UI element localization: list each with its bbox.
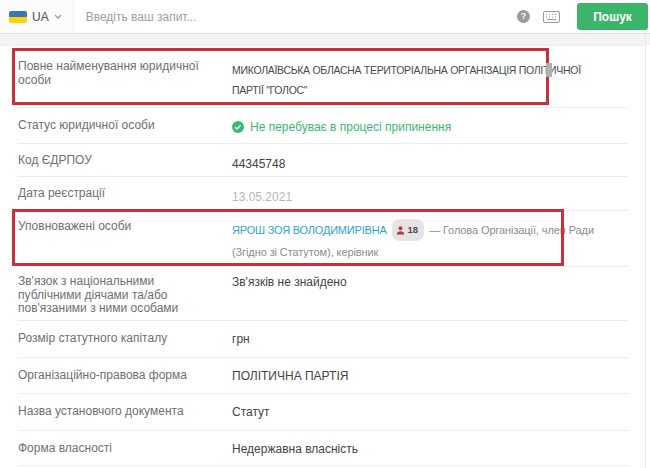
field-label: Дата реєстрації: [18, 187, 232, 211]
search-input[interactable]: [74, 0, 517, 33]
help-icon-glyph: ?: [521, 11, 527, 21]
status-text: Не перебуває в процесі припинення: [250, 120, 451, 134]
person-role-line1: — Голова Організації, член Ради: [429, 224, 594, 236]
language-code: UA: [32, 10, 49, 24]
top-search-bar: UA ? Пошук: [0, 0, 650, 34]
row-full-company-name: Повне найменування юридичної особи МИКОЛ…: [0, 46, 646, 108]
field-label: Уповноважені особи: [18, 220, 232, 267]
row-registration-date: Дата реєстрації 13.05.2021: [0, 177, 646, 211]
row-pep-connections: Зв'язок з національними публічними діяча…: [0, 267, 646, 321]
field-label: Форма власності: [18, 442, 232, 466]
field-label: Організаційно-правова форма: [18, 369, 232, 394]
statutory-capital-value: грн: [232, 332, 582, 358]
row-authorized-persons: Уповноважені особи ЯРОШ ЗОЯ ВОЛОДИМИРІВН…: [0, 211, 646, 267]
field-label: Код ЄДРПОУ: [18, 154, 232, 177]
field-label: Назва установчого документа: [18, 405, 232, 431]
person-icon: [396, 226, 405, 235]
inline-scrollbar-thumb[interactable]: [546, 63, 552, 77]
pep-connections-value: Зв'язків не знайдено: [232, 275, 582, 321]
search-button[interactable]: Пошук: [577, 3, 648, 30]
keyboard-icon[interactable]: [543, 11, 560, 23]
help-icon[interactable]: ?: [517, 10, 530, 23]
row-legal-form: Організаційно-правова форма ПОЛІТИЧНА ПА…: [0, 358, 646, 394]
person-link[interactable]: ЯРОШ ЗОЯ ВОЛОДИМИРІВНА: [232, 224, 387, 236]
legal-form-value: ПОЛІТИЧНА ПАРТІЯ: [232, 369, 582, 394]
language-switcher[interactable]: UA: [0, 0, 74, 33]
page-background-strip: [0, 34, 650, 45]
status-badge: Не перебуває в процесі припинення: [232, 120, 451, 134]
founding-document-value: Статут: [232, 405, 582, 431]
company-name-line1: МИКОЛАЇВСЬКА ОБЛАСНА ТЕРИТОРІАЛЬНА ОРГАН…: [232, 60, 582, 80]
check-circle-icon: [232, 121, 244, 133]
field-label: Повне найменування юридичної особи: [18, 60, 232, 108]
ownership-form-value: Недержавна власність: [232, 442, 582, 466]
row-founding-document: Назва установчого документа Статут: [0, 394, 646, 431]
field-label: Статус юридичної особи: [18, 119, 232, 144]
registration-date-value: 13.05.2021: [232, 187, 582, 211]
company-name-line2: ПАРТІЇ "ГОЛОС": [232, 80, 582, 100]
scrollbar-track-line: [645, 34, 646, 468]
row-statutory-capital: Розмір статутного капіталу грн: [0, 321, 646, 358]
badge-count: 18: [408, 220, 419, 240]
company-profile-card: Повне найменування юридичної особи МИКОЛ…: [0, 45, 646, 466]
person-role-line2: (Згідно зі Статутом), керівник: [232, 242, 582, 262]
row-legal-status: Статус юридичної особи Не перебуває в пр…: [0, 108, 646, 144]
row-ownership-form: Форма власності Недержавна власність: [0, 431, 646, 466]
person-connections-badge[interactable]: 18: [392, 219, 425, 241]
company-name-value: МИКОЛАЇВСЬКА ОБЛАСНА ТЕРИТОРІАЛЬНА ОРГАН…: [232, 60, 582, 108]
row-edrpou-code: Код ЄДРПОУ 44345748: [0, 144, 646, 177]
edrpou-value: 44345748: [232, 154, 582, 177]
chevron-down-icon: [54, 14, 62, 19]
field-label: Зв'язок з національними публічними діяча…: [18, 275, 232, 321]
flag-ua-icon: [9, 11, 27, 23]
field-label: Розмір статутного капіталу: [18, 332, 232, 358]
